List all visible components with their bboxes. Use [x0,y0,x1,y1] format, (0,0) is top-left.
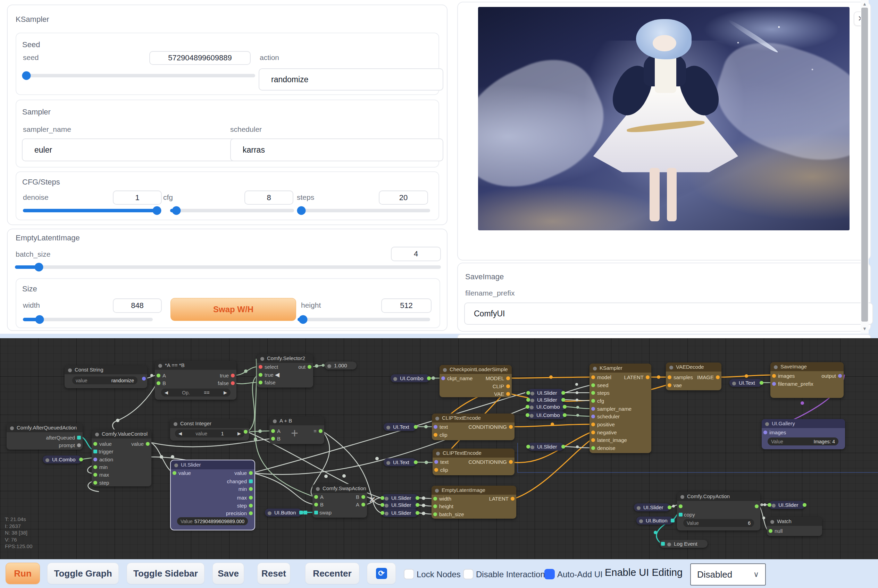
port-in[interactable] [173,471,176,475]
steps-input[interactable]: 20 [379,190,428,205]
collapse-icon[interactable] [531,399,534,402]
seed-input[interactable]: 572904899609889 [149,51,251,65]
cfg-slider[interactable] [170,209,294,212]
node-watch[interactable]: Watch null [767,517,822,536]
collapse-icon[interactable] [174,422,177,426]
node-ui-slider[interactable]: UI.Slider [769,501,805,509]
port-out[interactable] [249,504,253,507]
port-out[interactable] [361,502,365,507]
collapse-icon[interactable] [316,487,320,491]
run-button[interactable]: Run [6,562,40,584]
node-after-queued-action[interactable]: Comfy.AfterQueuedAction afterQueued prom… [7,423,83,450]
node-empty-latent-image[interactable]: EmptyLatentImage widthLATENT height batc… [431,486,516,519]
refresh-button[interactable]: ⟳ [367,562,396,584]
port-out[interactable] [561,391,565,395]
collapse-icon[interactable] [45,458,49,462]
save-button[interactable]: Save [212,562,244,584]
port-out[interactable] [79,458,83,461]
port-in[interactable] [380,511,384,515]
disable-interaction-checkbox[interactable] [463,569,474,579]
port-in[interactable] [591,407,595,411]
port-in[interactable] [434,468,438,472]
port-event-out[interactable] [249,479,253,483]
port-out[interactable] [755,504,759,508]
port-in[interactable] [772,374,776,378]
collapse-icon[interactable] [681,495,684,499]
node-ui-text[interactable]: UI.Text [383,423,416,431]
port-in[interactable] [156,381,160,385]
port-out[interactable] [803,503,806,507]
port-event-in[interactable] [679,513,683,516]
height-slider[interactable] [298,318,430,321]
port-in[interactable] [271,437,275,441]
port-in[interactable] [526,405,529,409]
port-out[interactable] [416,503,419,507]
lock-nodes-checkbox[interactable] [404,569,414,579]
port-out[interactable] [77,443,81,447]
port-in[interactable] [259,365,263,369]
node-ui-button[interactable]: UI.Button [636,516,673,525]
port-event-out[interactable] [77,436,81,440]
port-in[interactable] [526,413,529,417]
height-input[interactable]: 512 [381,298,431,313]
arrow-left-icon[interactable]: ◀ [165,390,168,395]
arrow-left-icon[interactable]: ◀ [275,371,280,378]
collapse-icon[interactable] [443,368,447,372]
node-selector2[interactable]: Comfy.Selector2 selectout true◀ false [257,354,313,387]
collapse-icon[interactable] [386,461,390,465]
node-ui-text[interactable]: UI.Text [729,379,762,387]
collapse-icon[interactable] [435,417,439,420]
port-in[interactable] [93,458,97,461]
node-ksampler[interactable]: KSampler modelLATENT seed steps cfg samp… [589,363,651,453]
batch-size-input[interactable]: 4 [391,247,441,261]
reset-button[interactable]: Reset [257,562,290,584]
port-event-in[interactable] [93,450,97,453]
collapse-icon[interactable] [158,364,162,368]
port-out[interactable] [506,376,510,380]
node-ui-slider[interactable]: UI.Slider [634,503,670,512]
collapse-icon[interactable] [669,366,673,369]
collapse-icon[interactable] [774,365,778,369]
port-out[interactable] [506,384,510,388]
port-out[interactable] [716,375,720,379]
scrollbar[interactable]: ▲ ▼ [861,0,869,334]
node-clip-text-encode-1[interactable]: CLIPTextEncode textCONDITIONING clip [432,414,514,440]
port-in[interactable] [679,504,683,508]
port-in[interactable] [433,512,437,516]
port-in[interactable] [591,423,595,426]
node-copy-action[interactable]: Comfy.CopyAction copy Value6 [677,492,760,530]
port-in[interactable] [93,481,97,484]
collapse-icon[interactable] [385,504,388,507]
port-out[interactable] [646,375,649,379]
node-vae-decode[interactable]: VAEDecode samplesIMAGE vae [666,363,722,390]
collapse-icon[interactable] [435,489,439,493]
collapse-icon[interactable] [268,512,272,515]
collapse-icon[interactable] [530,405,534,410]
port-out[interactable] [414,425,418,429]
port-out[interactable] [563,405,567,409]
port-out[interactable] [561,398,565,402]
node-save-image[interactable]: SaveImage imagesoutput filename_prefix [770,362,843,398]
node-clip-text-encode-2[interactable]: CLIPTextEncode textCONDITIONING clip [433,448,514,475]
scroll-up-icon[interactable]: ▲ [861,2,869,7]
toggle-sidebar-button[interactable]: Toggle Sidebar [127,562,204,584]
node-compare[interactable]: *A == *B Atrue Bfalse ◀ Op. == ▶ [155,361,236,400]
port-in[interactable] [93,442,97,446]
node-graph-canvas[interactable]: Const String valuerandomize *A == *B Atr… [0,338,878,559]
collapse-icon[interactable] [531,392,534,396]
node-const-float[interactable]: 1.000 [325,362,356,369]
ui-editing-dropdown[interactable]: Disabled ∨ [690,563,766,586]
port-in[interactable] [668,383,671,387]
port-out[interactable] [249,471,253,475]
arrow-right-icon[interactable]: ▶ [238,431,241,436]
port-in[interactable] [591,414,595,418]
port-in[interactable] [314,495,318,499]
node-ui-combo[interactable]: UI.Combo [43,456,81,464]
swap-wh-button[interactable]: Swap W/H [170,298,296,321]
node-log-event[interactable]: Log Event [660,540,708,548]
port-in[interactable] [156,374,160,377]
collapse-icon[interactable] [770,520,774,524]
port-out[interactable] [414,460,418,464]
collapse-icon[interactable] [328,364,331,368]
arrow-left-icon[interactable]: ◀ [179,431,182,436]
